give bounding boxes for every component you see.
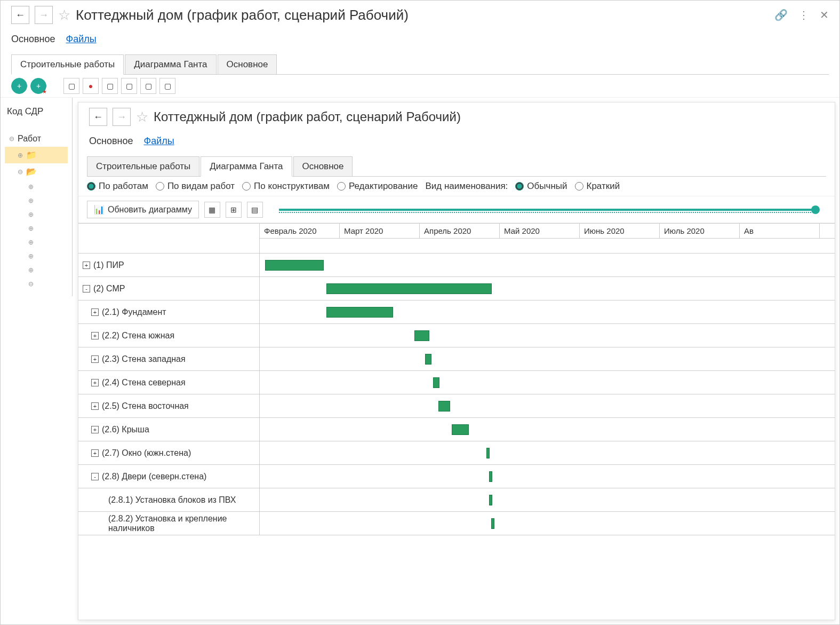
gantt-task-row[interactable]: +(2.4) Стена северная	[78, 371, 259, 394]
toolbar-btn-6[interactable]: ▢	[159, 78, 175, 94]
gantt-task-row[interactable]: +(2.2) Стена южная	[78, 324, 259, 347]
toolbar-btn-2[interactable]: ●	[83, 78, 99, 94]
sidebar-row-root[interactable]: ⊖ Работ	[5, 131, 68, 147]
toolbar-btn-5[interactable]: ▢	[140, 78, 156, 94]
collapse-icon[interactable]: -	[83, 285, 90, 292]
refresh-chart-button[interactable]: 📊 Обновить диаграмму	[87, 201, 199, 218]
tab-main[interactable]: Основное	[218, 54, 277, 74]
favorite-star-icon[interactable]: ☆	[58, 7, 70, 23]
gantt-bar[interactable]	[425, 354, 431, 365]
gantt-task-row[interactable]: +(2.7) Окно (южн.стена)	[78, 441, 259, 465]
inner-favorite-star-icon[interactable]: ☆	[136, 109, 148, 125]
gantt-task-row[interactable]: +(2.5) Стена восточная	[78, 394, 259, 418]
month-header: Март 2020	[340, 224, 420, 238]
gantt-bar[interactable]	[486, 448, 490, 458]
gantt-task-row[interactable]: +(1) ПИР	[78, 254, 259, 277]
gantt-bar-row	[260, 441, 835, 465]
task-label: (2.8.1) Установка блоков из ПВХ	[108, 495, 236, 505]
gantt-task-row[interactable]: +(2.3) Стена западная	[78, 347, 259, 371]
gantt-task-row[interactable]: -(2.8) Двери (северн.стена)	[78, 465, 259, 488]
radio-by-types[interactable]: По видам работ	[156, 181, 235, 192]
month-header: Июль 2020	[660, 224, 740, 238]
expand-icon[interactable]: +	[91, 355, 99, 363]
sidebar-item[interactable]: ⊕	[5, 194, 68, 208]
gantt-task-row[interactable]: -(2) СМР	[78, 277, 259, 300]
sidebar-item[interactable]: ⊕	[5, 235, 68, 249]
kebab-menu-icon[interactable]: ⋮	[798, 9, 809, 21]
gantt-toolbar-btn-1[interactable]: ▦	[204, 202, 220, 218]
inner-tab-main[interactable]: Основное	[293, 156, 353, 176]
radio-by-constr[interactable]: По конструктивам	[242, 181, 330, 192]
sidebar-header: Код СДР	[5, 103, 68, 120]
gantt-task-row[interactable]: +(2.1) Фундамент	[78, 300, 259, 324]
gantt-toolbar-btn-2[interactable]: ⊞	[226, 202, 242, 218]
zoom-slider[interactable]	[279, 209, 815, 211]
gantt-bar[interactable]	[491, 518, 494, 529]
expand-icon[interactable]: +	[91, 402, 99, 410]
gantt-bar-row	[260, 512, 835, 535]
sidebar-item[interactable]: ⊕	[5, 180, 68, 194]
radio-by-works[interactable]: По работам	[87, 181, 148, 192]
sidebar-item[interactable]: ⊕	[5, 221, 68, 235]
expand-icon[interactable]: +	[91, 379, 99, 386]
close-icon[interactable]: ✕	[820, 9, 829, 21]
tab-gantt[interactable]: Диаграмма Ганта	[125, 54, 216, 74]
gantt-toolbar-btn-3[interactable]: ▤	[247, 202, 263, 218]
gantt-bar[interactable]	[326, 307, 393, 318]
gantt-bar[interactable]	[265, 260, 324, 271]
sidebar-item[interactable]: ⊕	[5, 208, 68, 221]
gantt-bar-row	[260, 254, 835, 277]
task-label: (2.7) Окно (южн.стена)	[102, 448, 191, 458]
gantt-task-row[interactable]: +(2.6) Крыша	[78, 418, 259, 441]
month-header: Ав	[740, 224, 820, 238]
sidebar-item[interactable]: ⊖	[5, 277, 68, 291]
expand-icon[interactable]: +	[91, 449, 99, 457]
expand-icon[interactable]: +	[83, 262, 90, 269]
name-type-label: Вид наименования:	[425, 181, 508, 192]
gantt-bar[interactable]	[438, 401, 450, 412]
gantt-bar[interactable]	[452, 424, 469, 435]
inner-subtab-files[interactable]: Файлы	[143, 136, 174, 147]
gantt-bar[interactable]	[326, 283, 492, 294]
inner-tab-construction[interactable]: Строительные работы	[87, 156, 199, 176]
toolbar-btn-1[interactable]: ▢	[63, 78, 79, 94]
gantt-bar-row	[260, 277, 835, 300]
radio-short[interactable]: Краткий	[575, 181, 620, 192]
sidebar-item[interactable]: ⊕	[5, 249, 68, 263]
gantt-bar[interactable]	[489, 471, 492, 482]
subtab-files[interactable]: Файлы	[66, 34, 96, 45]
subtab-main[interactable]: Основное	[11, 34, 55, 45]
gantt-bar[interactable]	[489, 495, 492, 505]
collapse-icon[interactable]: -	[91, 473, 99, 480]
forward-button[interactable]: →	[35, 6, 53, 24]
sidebar-folder-2[interactable]: ⊖ 📂	[5, 163, 68, 180]
add-group-button[interactable]: +★	[30, 78, 46, 94]
toolbar-btn-4[interactable]: ▢	[121, 78, 137, 94]
task-label: (2.8.2) Установка и крепление наличников	[108, 514, 255, 533]
radio-normal[interactable]: Обычный	[515, 181, 567, 192]
gantt-task-row[interactable]: (2.8.1) Установка блоков из ПВХ	[78, 488, 259, 512]
task-label: (2.6) Крыша	[102, 425, 149, 434]
gantt-bar[interactable]	[433, 377, 439, 388]
expand-icon[interactable]: +	[91, 332, 99, 339]
add-button[interactable]: +	[11, 78, 27, 94]
inner-subtab-main[interactable]: Основное	[89, 136, 133, 147]
toolbar-btn-3[interactable]: ▢	[102, 78, 118, 94]
inner-tab-gantt[interactable]: Диаграмма Ганта	[201, 156, 292, 177]
gantt-task-row[interactable]: (2.8.2) Установка и крепление наличников	[78, 512, 259, 535]
gantt-bar-row	[260, 465, 835, 488]
inner-back-button[interactable]: ←	[89, 108, 107, 126]
task-label: (1) ПИР	[93, 260, 124, 270]
expand-icon[interactable]: +	[91, 426, 99, 433]
tab-construction-works[interactable]: Строительные работы	[11, 54, 124, 75]
gantt-bar-row	[260, 394, 835, 418]
inner-forward-button[interactable]: →	[113, 108, 131, 126]
sidebar-item[interactable]: ⊕	[5, 263, 68, 277]
month-header: Февраль 2020	[260, 224, 340, 238]
expand-icon[interactable]: +	[91, 308, 99, 316]
gantt-bar[interactable]	[414, 330, 429, 341]
back-button[interactable]: ←	[11, 6, 29, 24]
sidebar-folder-1[interactable]: ⊕ 📁	[5, 147, 68, 163]
link-icon[interactable]: 🔗	[774, 9, 788, 21]
radio-edit[interactable]: Редактирование	[337, 181, 418, 192]
